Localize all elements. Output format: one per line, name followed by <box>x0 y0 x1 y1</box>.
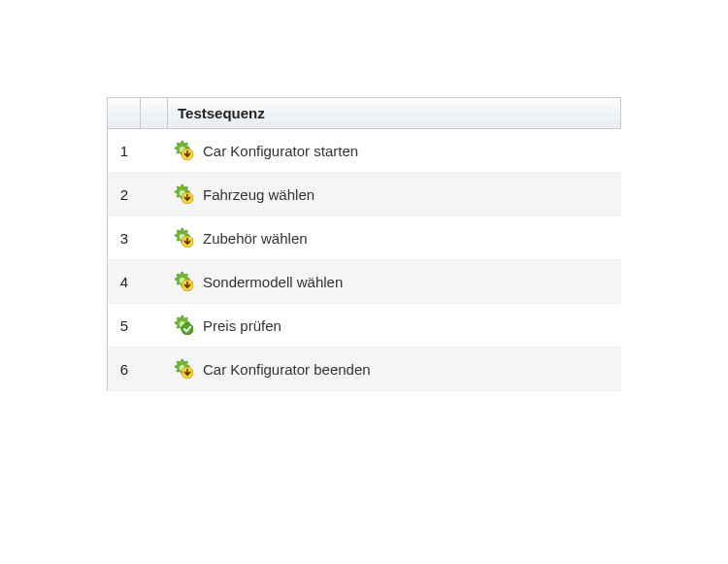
header-col-testsequenz[interactable]: Testsequenz <box>168 98 621 128</box>
header-col-number[interactable] <box>108 98 141 128</box>
row-content: Preis prüfen <box>168 314 621 338</box>
gear-check-icon <box>170 314 203 338</box>
table-row[interactable]: 2Fahrzeug wählen <box>108 173 621 216</box>
table-row[interactable]: 6Car Konfigurator beenden <box>108 348 621 391</box>
table-row[interactable]: 3Zubehör wählen <box>108 216 621 260</box>
row-label: Fahrzeug wählen <box>203 186 314 203</box>
table-row[interactable]: 4Sondermodell wählen <box>108 260 621 304</box>
row-number: 6 <box>108 361 141 378</box>
gear-arrow-icon <box>170 357 203 382</box>
row-number: 4 <box>108 274 141 290</box>
table-header: Testsequenz <box>108 98 621 129</box>
row-label: Zubehör wählen <box>203 230 308 247</box>
header-col-icon[interactable] <box>141 98 168 128</box>
row-content: Fahrzeug wählen <box>168 182 621 207</box>
row-content: Zubehör wählen <box>168 226 621 250</box>
row-label: Car Konfigurator beenden <box>203 361 371 378</box>
row-number: 1 <box>108 143 141 159</box>
gear-arrow-icon <box>170 270 203 294</box>
gear-arrow-icon <box>170 182 203 207</box>
row-label: Preis prüfen <box>203 317 281 334</box>
test-sequence-table: Testsequenz 1Car Konfigurator starten2Fa… <box>107 97 621 391</box>
gear-arrow-icon <box>170 226 203 250</box>
row-number: 2 <box>108 186 141 203</box>
row-label: Sondermodell wählen <box>203 274 343 290</box>
row-content: Sondermodell wählen <box>168 270 621 294</box>
row-number: 3 <box>108 230 141 247</box>
row-number: 5 <box>108 317 141 334</box>
row-label: Car Konfigurator starten <box>203 143 358 159</box>
gear-arrow-icon <box>170 139 203 163</box>
row-content: Car Konfigurator starten <box>168 139 621 163</box>
table-row[interactable]: 5Preis prüfen <box>108 304 621 348</box>
row-content: Car Konfigurator beenden <box>168 357 621 382</box>
table-row[interactable]: 1Car Konfigurator starten <box>108 129 621 173</box>
